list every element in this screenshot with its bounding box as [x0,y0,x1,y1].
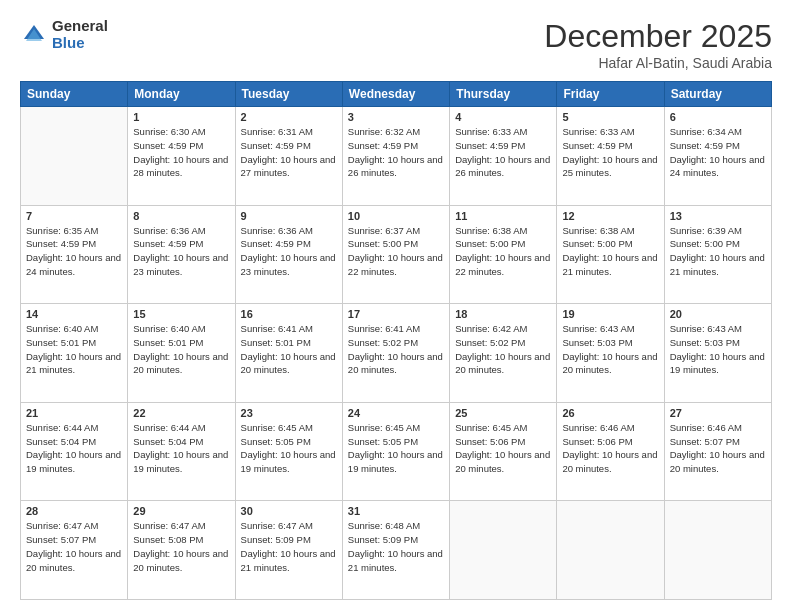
cell-daylight: Daylight: 10 hours and 21 minutes. [348,548,443,573]
cell-sunrise: Sunrise: 6:41 AM [241,323,313,334]
calendar-cell: 19 Sunrise: 6:43 AM Sunset: 5:03 PM Dayl… [557,304,664,403]
calendar-cell: 31 Sunrise: 6:48 AM Sunset: 5:09 PM Dayl… [342,501,449,600]
cell-sunset: Sunset: 4:59 PM [670,140,740,151]
col-wednesday: Wednesday [342,82,449,107]
cell-info: Sunrise: 6:38 AM Sunset: 5:00 PM Dayligh… [562,224,658,279]
cell-info: Sunrise: 6:43 AM Sunset: 5:03 PM Dayligh… [670,322,766,377]
cell-date: 10 [348,210,444,222]
cell-date: 5 [562,111,658,123]
cell-sunset: Sunset: 5:00 PM [562,238,632,249]
cell-date: 21 [26,407,122,419]
cell-sunset: Sunset: 4:59 PM [348,140,418,151]
cell-info: Sunrise: 6:45 AM Sunset: 5:06 PM Dayligh… [455,421,551,476]
cell-info: Sunrise: 6:42 AM Sunset: 5:02 PM Dayligh… [455,322,551,377]
col-thursday: Thursday [450,82,557,107]
cell-sunset: Sunset: 4:59 PM [26,238,96,249]
cell-date: 27 [670,407,766,419]
cell-sunrise: Sunrise: 6:38 AM [455,225,527,236]
cell-sunset: Sunset: 5:05 PM [241,436,311,447]
cell-date: 30 [241,505,337,517]
cell-sunrise: Sunrise: 6:44 AM [26,422,98,433]
calendar-table: Sunday Monday Tuesday Wednesday Thursday… [20,81,772,600]
cell-sunrise: Sunrise: 6:47 AM [133,520,205,531]
calendar-cell: 26 Sunrise: 6:46 AM Sunset: 5:06 PM Dayl… [557,402,664,501]
cell-date: 14 [26,308,122,320]
cell-date: 12 [562,210,658,222]
calendar-cell: 10 Sunrise: 6:37 AM Sunset: 5:00 PM Dayl… [342,205,449,304]
cell-sunset: Sunset: 5:00 PM [670,238,740,249]
cell-info: Sunrise: 6:35 AM Sunset: 4:59 PM Dayligh… [26,224,122,279]
calendar-cell: 2 Sunrise: 6:31 AM Sunset: 4:59 PM Dayli… [235,107,342,206]
cell-sunset: Sunset: 5:04 PM [26,436,96,447]
cell-sunrise: Sunrise: 6:35 AM [26,225,98,236]
cell-date: 11 [455,210,551,222]
calendar-cell: 12 Sunrise: 6:38 AM Sunset: 5:00 PM Dayl… [557,205,664,304]
cell-sunset: Sunset: 5:04 PM [133,436,203,447]
cell-sunrise: Sunrise: 6:30 AM [133,126,205,137]
calendar-cell: 16 Sunrise: 6:41 AM Sunset: 5:01 PM Dayl… [235,304,342,403]
page: General Blue December 2025 Hafar Al-Bati… [0,0,792,612]
cell-info: Sunrise: 6:34 AM Sunset: 4:59 PM Dayligh… [670,125,766,180]
cell-sunset: Sunset: 5:09 PM [241,534,311,545]
cell-date: 1 [133,111,229,123]
cell-date: 9 [241,210,337,222]
cell-sunrise: Sunrise: 6:46 AM [562,422,634,433]
cell-sunrise: Sunrise: 6:39 AM [670,225,742,236]
cell-daylight: Daylight: 10 hours and 25 minutes. [562,154,657,179]
calendar-cell: 15 Sunrise: 6:40 AM Sunset: 5:01 PM Dayl… [128,304,235,403]
cell-sunrise: Sunrise: 6:40 AM [26,323,98,334]
cell-info: Sunrise: 6:37 AM Sunset: 5:00 PM Dayligh… [348,224,444,279]
calendar-week-4: 28 Sunrise: 6:47 AM Sunset: 5:07 PM Dayl… [21,501,772,600]
cell-daylight: Daylight: 10 hours and 20 minutes. [26,548,121,573]
logo-text: General Blue [52,18,108,51]
calendar-cell: 25 Sunrise: 6:45 AM Sunset: 5:06 PM Dayl… [450,402,557,501]
cell-sunrise: Sunrise: 6:38 AM [562,225,634,236]
cell-daylight: Daylight: 10 hours and 23 minutes. [241,252,336,277]
cell-date: 29 [133,505,229,517]
cell-daylight: Daylight: 10 hours and 26 minutes. [455,154,550,179]
cell-info: Sunrise: 6:47 AM Sunset: 5:09 PM Dayligh… [241,519,337,574]
cell-daylight: Daylight: 10 hours and 20 minutes. [455,449,550,474]
calendar-header-row: Sunday Monday Tuesday Wednesday Thursday… [21,82,772,107]
cell-daylight: Daylight: 10 hours and 22 minutes. [455,252,550,277]
calendar-cell: 24 Sunrise: 6:45 AM Sunset: 5:05 PM Dayl… [342,402,449,501]
cell-date: 13 [670,210,766,222]
calendar-cell: 1 Sunrise: 6:30 AM Sunset: 4:59 PM Dayli… [128,107,235,206]
cell-sunset: Sunset: 5:02 PM [455,337,525,348]
cell-sunset: Sunset: 5:08 PM [133,534,203,545]
cell-sunset: Sunset: 5:06 PM [455,436,525,447]
cell-sunrise: Sunrise: 6:36 AM [133,225,205,236]
logo-blue-text: Blue [52,35,108,52]
cell-sunset: Sunset: 4:59 PM [241,238,311,249]
col-tuesday: Tuesday [235,82,342,107]
calendar-cell: 3 Sunrise: 6:32 AM Sunset: 4:59 PM Dayli… [342,107,449,206]
cell-daylight: Daylight: 10 hours and 20 minutes. [348,351,443,376]
cell-info: Sunrise: 6:46 AM Sunset: 5:07 PM Dayligh… [670,421,766,476]
cell-sunset: Sunset: 5:00 PM [348,238,418,249]
cell-sunset: Sunset: 5:09 PM [348,534,418,545]
cell-sunrise: Sunrise: 6:32 AM [348,126,420,137]
cell-date: 26 [562,407,658,419]
cell-sunset: Sunset: 4:59 PM [241,140,311,151]
calendar-week-3: 21 Sunrise: 6:44 AM Sunset: 5:04 PM Dayl… [21,402,772,501]
cell-date: 16 [241,308,337,320]
cell-daylight: Daylight: 10 hours and 21 minutes. [670,252,765,277]
cell-sunset: Sunset: 5:03 PM [562,337,632,348]
cell-daylight: Daylight: 10 hours and 20 minutes. [133,351,228,376]
cell-date: 24 [348,407,444,419]
calendar-cell: 21 Sunrise: 6:44 AM Sunset: 5:04 PM Dayl… [21,402,128,501]
cell-date: 8 [133,210,229,222]
cell-sunset: Sunset: 5:01 PM [241,337,311,348]
calendar-cell [664,501,771,600]
cell-sunset: Sunset: 5:06 PM [562,436,632,447]
calendar-cell [450,501,557,600]
location-subtitle: Hafar Al-Batin, Saudi Arabia [544,55,772,71]
cell-info: Sunrise: 6:48 AM Sunset: 5:09 PM Dayligh… [348,519,444,574]
cell-info: Sunrise: 6:31 AM Sunset: 4:59 PM Dayligh… [241,125,337,180]
cell-daylight: Daylight: 10 hours and 20 minutes. [241,351,336,376]
cell-info: Sunrise: 6:47 AM Sunset: 5:08 PM Dayligh… [133,519,229,574]
cell-info: Sunrise: 6:33 AM Sunset: 4:59 PM Dayligh… [562,125,658,180]
title-block: December 2025 Hafar Al-Batin, Saudi Arab… [544,18,772,71]
calendar-cell: 28 Sunrise: 6:47 AM Sunset: 5:07 PM Dayl… [21,501,128,600]
header: General Blue December 2025 Hafar Al-Bati… [20,18,772,71]
